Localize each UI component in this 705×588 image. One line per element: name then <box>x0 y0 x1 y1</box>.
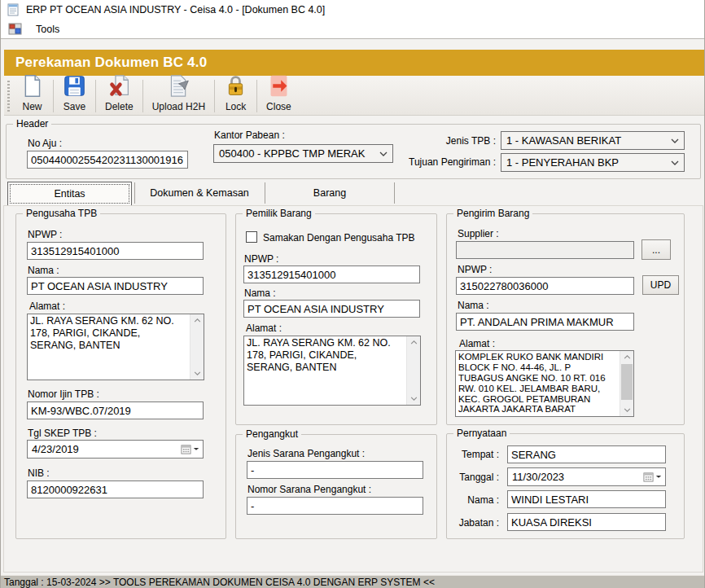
pengangkut-group-label: Pengangkut <box>243 428 301 440</box>
scroll-down-icon[interactable] <box>190 367 204 380</box>
nomor-sarana-input[interactable] <box>247 497 423 515</box>
app-window: ERP PT OCEAN ASIA INDUSTRY - Ceisa 4.0 -… <box>0 0 705 588</box>
close-arrow-icon <box>267 74 291 100</box>
upload-h2h-button[interactable]: Upload H2H <box>146 77 212 115</box>
status-text: Tanggal : 15-03-2024 >> TOOLS PEREKAMAN … <box>4 577 435 588</box>
vertical-scrollbar[interactable] <box>406 336 420 405</box>
upload-h2h-icon <box>167 74 190 100</box>
tujuan-pengiriman-select[interactable]: 1 - PENYERAHAN BKP <box>501 153 685 172</box>
tab-dokumen-kemasan[interactable]: Dokumen & Kemasan <box>135 182 264 204</box>
form-icon <box>8 23 22 35</box>
pengusaha-alamat-text: JL. RAYA SERANG KM. 62 NO. 178, PARIGI, … <box>28 314 190 380</box>
scroll-up-icon[interactable] <box>407 336 420 349</box>
calendar-icon[interactable] <box>643 472 665 482</box>
vertical-scrollbar[interactable] <box>620 351 633 416</box>
pengusaha-alamat-label: Alamat : <box>29 301 65 312</box>
supplier-browse-button[interactable]: ... <box>642 239 671 260</box>
pernyataan-nama-input[interactable] <box>507 490 666 508</box>
calendar-icon[interactable] <box>181 444 203 454</box>
pengirim-alamat-textarea[interactable]: KOMPLEK RUKO BANK MANDIRI BLOCK F NO. 44… <box>455 350 634 417</box>
tempat-label: Tempat : <box>440 449 499 460</box>
tab-barang-label: Barang <box>313 187 346 199</box>
jenis-tpb-value: 1 - KAWASAN BERIKAT <box>506 134 621 147</box>
pemilik-alamat-label: Alamat : <box>246 323 282 334</box>
jenis-tpb-label: Jenis TPB : <box>375 135 496 147</box>
no-aju-input[interactable] <box>27 151 188 169</box>
pengusaha-npwp-input[interactable] <box>27 242 204 260</box>
lock-button-label: Lock <box>226 101 246 112</box>
kantor-pabean-value: 050400 - KPPBC TMP MERAK <box>219 147 365 160</box>
kantor-pabean-label: Kantor Pabean : <box>214 129 285 141</box>
pemilik-barang-group-label: Pemilik Barang <box>243 208 315 219</box>
supplier-input[interactable] <box>456 241 634 259</box>
tab-barang[interactable]: Barang <box>265 182 394 204</box>
pengirim-npwp-input[interactable] <box>456 277 634 295</box>
jabatan-input[interactable] <box>507 513 666 531</box>
scroll-down-icon[interactable] <box>407 393 420 405</box>
menu-bar: Tools <box>1 20 704 39</box>
pengusaha-tpb-group-label: Pengusaha TPB <box>23 208 100 219</box>
pengusaha-alamat-textarea[interactable]: JL. RAYA SERANG KM. 62 NO. 178, PARIGI, … <box>27 314 204 380</box>
jenis-tpb-select[interactable]: 1 - KAWASAN BERIKAT <box>501 131 685 150</box>
toolbar-separator <box>214 80 215 112</box>
no-aju-label: No Aju : <box>28 138 62 149</box>
new-button[interactable]: New <box>14 77 50 115</box>
pengirim-nama-input[interactable] <box>456 313 634 331</box>
page-title-banner: Perekaman Dokumen BC 4.0 <box>4 50 705 76</box>
scroll-down-icon[interactable] <box>620 404 633 416</box>
save-floppy-icon <box>63 74 86 100</box>
kantor-pabean-select[interactable]: 050400 - KPPBC TMP MERAK <box>213 144 393 163</box>
jenis-sarana-input[interactable] <box>247 461 423 479</box>
pemilik-nama-input[interactable] <box>243 300 420 318</box>
chevron-down-icon <box>671 138 679 143</box>
pernyataan-group-label: Pernyataan <box>453 428 510 439</box>
nib-label: NIB : <box>28 467 50 479</box>
scrollbar-thumb[interactable] <box>621 364 633 400</box>
chevron-down-icon <box>671 160 679 165</box>
pengusaha-nama-input[interactable] <box>27 277 204 295</box>
nomor-sarana-label: Nomor Sarana Pengangkut : <box>247 484 371 495</box>
toolbar-separator <box>142 80 143 112</box>
nomor-ijin-tpb-label: Nomor Ijin TPB : <box>28 388 99 400</box>
pemilik-npwp-label: NPWP : <box>244 253 278 265</box>
toolbar: New Save Delete Upload H2H <box>4 76 705 116</box>
tujuan-pengiriman-value: 1 - PENYERAHAN BKP <box>506 156 619 169</box>
save-button[interactable]: Save <box>56 77 93 115</box>
close-button[interactable]: Close <box>260 77 298 115</box>
scroll-up-icon[interactable] <box>620 351 633 363</box>
pemilik-nama-label: Nama : <box>244 287 276 299</box>
app-icon <box>7 3 20 16</box>
title-bar: ERP PT OCEAN ASIA INDUSTRY - Ceisa 4.0 -… <box>1 0 704 20</box>
scroll-up-icon[interactable] <box>190 314 204 327</box>
toolbar-separator <box>53 80 54 112</box>
samakan-checkbox-label[interactable]: Samakan Dengan Pengusaha TPB <box>263 232 415 244</box>
upload-h2h-button-label: Upload H2H <box>152 101 205 112</box>
pemilik-npwp-input[interactable] <box>243 265 420 283</box>
close-button-label: Close <box>266 101 291 112</box>
status-bar: Tanggal : 15-03-2024 >> TOOLS PEREKAMAN … <box>1 575 705 588</box>
page-title: Perekaman Dokumen BC 4.0 <box>15 55 207 70</box>
new-document-icon <box>20 74 44 100</box>
tab-entitas[interactable]: Entitas <box>7 182 132 206</box>
upd-button[interactable]: UPD <box>642 275 679 295</box>
new-button-label: New <box>22 101 42 112</box>
tab-entitas-label: Entitas <box>54 188 85 200</box>
pemilik-alamat-textarea[interactable]: JL. RAYA SERANG KM. 62 NO. 178, PARIGI, … <box>243 336 421 406</box>
toolbar-grip[interactable] <box>7 81 10 112</box>
header-group-label: Header <box>13 118 51 129</box>
tanggal-datepicker[interactable]: 11/30/2023 <box>507 467 666 486</box>
nib-input[interactable] <box>27 480 204 498</box>
menu-item-tools[interactable]: Tools <box>31 22 64 37</box>
pernyataan-nama-label: Nama : <box>440 494 499 506</box>
pengirim-npwp-label: NPWP : <box>458 264 492 275</box>
vertical-scrollbar[interactable] <box>190 314 204 380</box>
tujuan-pengiriman-label: Tujuan Pengiriman : <box>375 156 496 168</box>
lock-button[interactable]: Lock <box>217 77 254 115</box>
tgl-skep-tpb-datepicker[interactable]: 4/23/2019 <box>27 440 204 459</box>
tanggal-value: 11/30/2023 <box>512 471 564 483</box>
samakan-checkbox[interactable] <box>246 231 257 243</box>
tempat-input[interactable] <box>507 445 666 463</box>
tab-separator <box>394 182 395 204</box>
delete-button[interactable]: Delete <box>99 77 140 115</box>
nomor-ijin-tpb-input[interactable] <box>27 402 204 419</box>
